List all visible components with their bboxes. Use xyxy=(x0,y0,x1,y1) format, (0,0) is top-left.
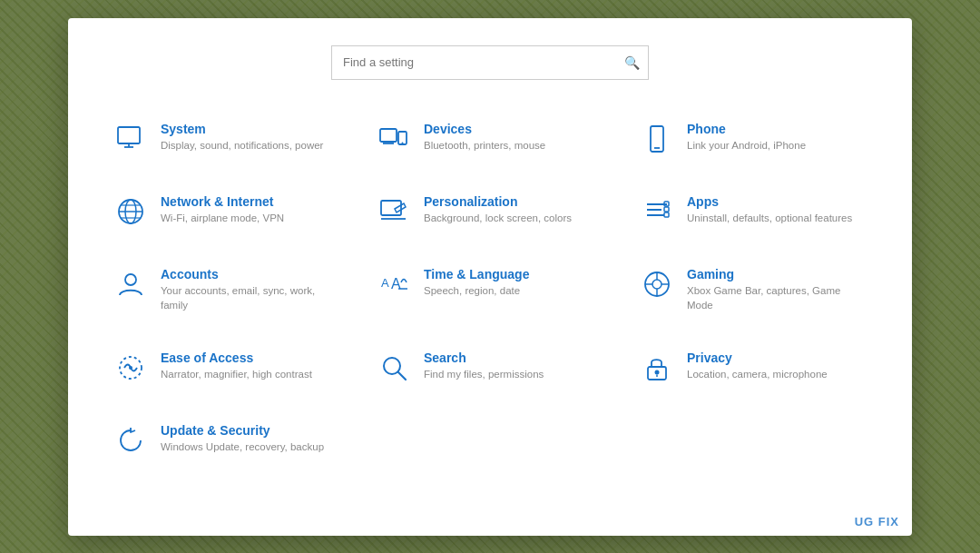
devices-icon xyxy=(377,122,411,156)
setting-desc-gaming: Xbox Game Bar, captures, Game Mode xyxy=(687,283,867,312)
setting-text-apps: Apps Uninstall, defaults, optional featu… xyxy=(687,194,852,225)
setting-desc-ease: Narrator, magnifier, high contrast xyxy=(161,367,312,381)
svg-rect-14 xyxy=(381,201,401,215)
setting-title-time: Time & Language xyxy=(424,267,529,281)
watermark-text: UG FIX xyxy=(855,515,899,528)
setting-text-personalization: Personalization Background, lock screen,… xyxy=(424,194,572,225)
svg-point-22 xyxy=(125,274,136,285)
accounts-icon xyxy=(113,267,148,301)
setting-text-search: Search Find my files, permissions xyxy=(424,351,544,381)
setting-desc-apps: Uninstall, defaults, optional features xyxy=(687,211,852,225)
setting-title-personalization: Personalization xyxy=(424,194,572,209)
settings-grid: System Display, sound, notifications, po… xyxy=(104,107,876,472)
setting-title-apps: Apps xyxy=(687,194,852,209)
setting-text-network: Network & Internet Wi-Fi, airplane mode,… xyxy=(161,194,284,225)
svg-point-6 xyxy=(402,142,404,143)
setting-item-search[interactable]: Search Find my files, permissions xyxy=(368,336,612,400)
search-bar-container: 🔍 xyxy=(331,45,649,80)
setting-title-devices: Devices xyxy=(424,122,545,136)
setting-text-update: Update & Security Windows Update, recove… xyxy=(161,423,324,454)
setting-text-gaming: Gaming Xbox Game Bar, captures, Game Mod… xyxy=(687,267,867,312)
setting-title-phone: Phone xyxy=(687,122,806,136)
apps-icon xyxy=(640,194,674,229)
setting-desc-network: Wi-Fi, airplane mode, VPN xyxy=(161,211,284,225)
privacy-icon xyxy=(640,351,674,385)
setting-item-phone[interactable]: Phone Link your Android, iPhone xyxy=(631,107,876,171)
setting-title-update: Update & Security xyxy=(161,423,324,438)
setting-text-devices: Devices Bluetooth, printers, mouse xyxy=(424,122,545,153)
setting-desc-privacy: Location, camera, microphone xyxy=(687,367,828,381)
svg-rect-0 xyxy=(118,127,140,143)
search-input[interactable] xyxy=(331,45,649,80)
setting-text-time: Time & Language Speech, region, date xyxy=(424,267,529,298)
setting-text-system: System Display, sound, notifications, po… xyxy=(161,122,323,153)
setting-item-apps[interactable]: Apps Uninstall, defaults, optional featu… xyxy=(631,180,876,243)
setting-title-accounts: Accounts xyxy=(161,267,340,281)
setting-item-accounts[interactable]: Accounts Your accounts, email, sync, wor… xyxy=(104,252,349,327)
svg-point-33 xyxy=(129,366,132,370)
gaming-icon xyxy=(640,267,674,301)
setting-title-ease: Ease of Access xyxy=(161,351,312,365)
setting-title-search: Search xyxy=(424,351,544,365)
settings-window: 🔍 System Display, sound, notifications, … xyxy=(68,18,912,536)
time-icon: A A xyxy=(377,267,411,301)
setting-desc-devices: Bluetooth, printers, mouse xyxy=(424,138,545,153)
setting-desc-phone: Link your Android, iPhone xyxy=(687,138,806,153)
svg-point-37 xyxy=(655,370,660,374)
setting-title-gaming: Gaming xyxy=(687,267,867,281)
setting-desc-update: Windows Update, recovery, backup xyxy=(161,439,324,454)
svg-line-35 xyxy=(398,372,406,380)
network-icon xyxy=(113,194,148,229)
setting-desc-system: Display, sound, notifications, power xyxy=(161,138,323,153)
setting-item-gaming[interactable]: Gaming Xbox Game Bar, captures, Game Mod… xyxy=(631,252,876,327)
search-icon xyxy=(377,351,411,385)
setting-desc-accounts: Your accounts, email, sync, work, family xyxy=(161,283,340,312)
svg-rect-20 xyxy=(664,212,669,217)
setting-item-system[interactable]: System Display, sound, notifications, po… xyxy=(104,107,349,171)
setting-desc-search: Find my files, permissions xyxy=(424,367,544,381)
personalization-icon xyxy=(377,194,411,229)
update-icon xyxy=(113,423,148,458)
setting-text-privacy: Privacy Location, camera, microphone xyxy=(687,351,828,381)
setting-desc-personalization: Background, lock screen, colors xyxy=(424,211,572,225)
setting-item-time[interactable]: A A Time & Language Speech, region, date xyxy=(368,252,612,327)
setting-item-update[interactable]: Update & Security Windows Update, recove… xyxy=(104,409,349,472)
setting-text-ease: Ease of Access Narrator, magnifier, high… xyxy=(161,351,312,381)
setting-item-personalization[interactable]: Personalization Background, lock screen,… xyxy=(368,180,612,243)
ease-icon xyxy=(113,351,148,385)
setting-text-accounts: Accounts Your accounts, email, sync, wor… xyxy=(161,267,340,312)
system-icon xyxy=(113,122,148,156)
setting-title-system: System xyxy=(161,122,323,136)
setting-item-network[interactable]: Network & Internet Wi-Fi, airplane mode,… xyxy=(104,180,349,243)
svg-point-27 xyxy=(652,280,662,289)
setting-desc-time: Speech, region, date xyxy=(424,283,529,298)
setting-item-devices[interactable]: Devices Bluetooth, printers, mouse xyxy=(368,107,612,171)
setting-item-ease[interactable]: Ease of Access Narrator, magnifier, high… xyxy=(104,336,349,400)
setting-title-network: Network & Internet xyxy=(161,194,284,209)
svg-text:A: A xyxy=(381,276,389,290)
setting-title-privacy: Privacy xyxy=(687,351,828,365)
svg-rect-19 xyxy=(664,207,669,212)
setting-item-privacy[interactable]: Privacy Location, camera, microphone xyxy=(631,336,876,400)
svg-rect-3 xyxy=(380,129,397,142)
setting-text-phone: Phone Link your Android, iPhone xyxy=(687,122,806,153)
phone-icon xyxy=(640,122,674,156)
